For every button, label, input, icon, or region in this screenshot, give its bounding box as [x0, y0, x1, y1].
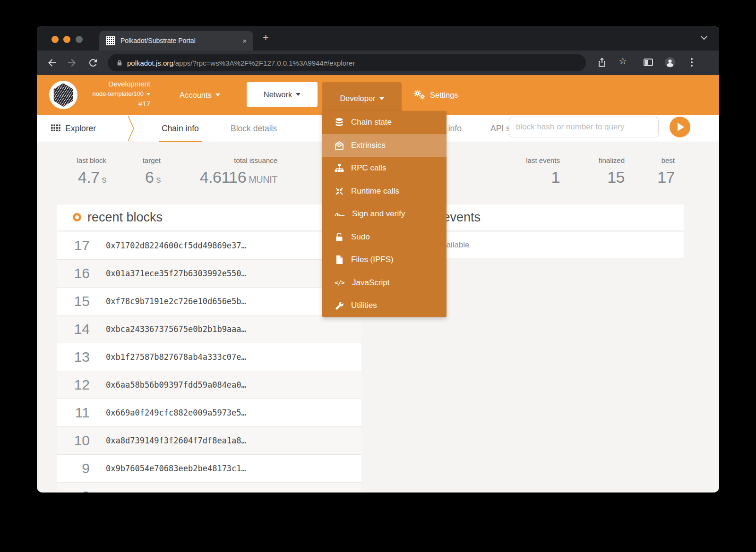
tab-search-chevron-icon[interactable]: [700, 35, 708, 40]
block-row[interactable]: 150xf78c9b7191e2c726e10d656e5b…: [57, 288, 361, 315]
block-row[interactable]: 110x669a0f249cfc882e009a5973e5…: [57, 399, 361, 427]
developer-label: Developer: [340, 94, 375, 103]
menu-item-utilities[interactable]: Utilities: [322, 294, 447, 317]
profile-avatar-icon[interactable]: [664, 57, 676, 68]
lock-icon: [116, 59, 123, 66]
stat-value: 6: [145, 168, 154, 186]
menu-item-files-ipfs[interactable]: Files (IPFS): [322, 248, 447, 272]
block-hash-link[interactable]: 0xb1f27587b827678ab4a333c07e…: [106, 352, 246, 362]
tab-block-details[interactable]: Block details: [231, 115, 277, 142]
block-row[interactable]: 170x71702d8224600cf5dd49869e37…: [57, 232, 361, 260]
menu-item-sign-and-verify[interactable]: Sign and verify: [322, 203, 447, 226]
block-hash-link[interactable]: 0x669a0f249cfc882e009a5973e5…: [106, 408, 246, 417]
database-icon: [335, 118, 344, 127]
share-icon[interactable]: [596, 57, 608, 68]
traffic-light-minimize-icon[interactable]: [63, 36, 70, 43]
stat-label: finalized: [577, 156, 625, 164]
menu-item-label: Files (IPFS): [351, 255, 394, 264]
stat-last-events: last events 1: [503, 156, 560, 186]
nav-accounts[interactable]: Accounts: [180, 75, 220, 115]
chain-name: Development: [79, 79, 150, 89]
block-number: 13: [57, 349, 90, 365]
polkadot-favicon-icon: [106, 36, 115, 45]
block-hash-link[interactable]: 0xbca243367375675e0b2b1b9aaa…: [106, 324, 246, 334]
stat-label: last block: [50, 156, 106, 164]
url-host: polkadot.js.org: [127, 59, 173, 67]
menu-item-label: RPC calls: [351, 163, 387, 173]
forward-icon[interactable]: [66, 57, 77, 68]
file-icon: [335, 255, 344, 264]
bookmark-star-icon[interactable]: ☆: [619, 55, 627, 67]
block-number: 10: [57, 433, 90, 449]
menu-item-sudo[interactable]: Sudo: [322, 226, 447, 249]
tab-chain-info[interactable]: Chain info: [162, 115, 199, 142]
tab-title: Polkadot/Substrate Portal: [120, 37, 242, 44]
stat-value: 17: [637, 169, 675, 186]
compress-arrows-icon: [335, 187, 344, 196]
app-label-explorer[interactable]: Explorer: [65, 115, 96, 142]
chevron-down-icon: [215, 93, 220, 96]
block-hash-link[interactable]: 0x6aa58b56b09397fdd59a084ea0…: [106, 380, 246, 390]
network-label: Network: [264, 90, 292, 99]
traffic-light-close-icon[interactable]: [52, 36, 59, 43]
substrate-logo[interactable]: [49, 81, 77, 109]
menu-item-runtime-calls[interactable]: Runtime calls: [322, 180, 447, 203]
developer-dropdown-menu: Chain state Extrinsics RPC calls: [322, 111, 447, 317]
block-number: 8: [57, 488, 90, 493]
signature-icon: [335, 209, 345, 219]
node-version: node-template/100: [93, 90, 144, 97]
stat-unit: MUNIT: [249, 174, 277, 185]
side-panel-icon[interactable]: [643, 57, 654, 68]
recent-blocks-card: recent blocks 170x71702d8224600cf5dd4986…: [57, 204, 361, 493]
apps-grid-icon[interactable]: [51, 124, 60, 132]
wrench-icon: [335, 301, 344, 310]
menu-item-label: Utilities: [351, 301, 377, 310]
address-bar[interactable]: polkadot.js.org/apps/?rpc=ws%3A%2F%2F127…: [108, 54, 586, 71]
back-icon[interactable]: [46, 57, 58, 68]
stat-value: 15: [577, 169, 625, 186]
block-row[interactable]: 160x01a371ece35f27b6303992e550…: [57, 260, 361, 288]
chevron-down-icon: [146, 93, 150, 95]
block-row[interactable]: 130xb1f27587b827678ab4a333c07e…: [57, 343, 361, 371]
block-query-search: [509, 117, 659, 137]
menu-item-label: Extrinsics: [351, 141, 386, 150]
block-hash-link[interactable]: 0xa8d739149f3f2604f7df8ea1a8…: [106, 436, 246, 445]
block-row[interactable]: 100xa8d739149f3f2604f7df8ea1a8…: [57, 427, 361, 455]
tab-close-icon[interactable]: ×: [242, 37, 247, 45]
block-row[interactable]: 90x9b76054e70683eeb2be48173c1…: [57, 455, 361, 483]
section-dot-icon: [73, 213, 81, 221]
block-hash-link[interactable]: 0x71702d8224600cf5dd49869e37…: [106, 241, 246, 250]
block-number: 12: [57, 377, 90, 393]
block-hash-link[interactable]: 0xf78c9b7191e2c726e10d656e5b…: [106, 297, 246, 306]
chain-info[interactable]: Development node-template/100 #17: [79, 79, 150, 109]
nav-network[interactable]: Network: [247, 82, 318, 107]
menu-item-label: Sudo: [351, 232, 370, 242]
chevron-down-icon: [379, 97, 384, 100]
menu-item-rpc-calls[interactable]: RPC calls: [322, 157, 447, 180]
block-query-input[interactable]: [509, 117, 659, 137]
menu-item-javascript[interactable]: </> JavaScript: [322, 272, 447, 295]
block-number: 15: [57, 293, 90, 309]
block-row[interactable]: 8: [57, 483, 361, 493]
browser-tab[interactable]: Polkadot/Substrate Portal ×: [99, 31, 253, 51]
nav-settings[interactable]: Settings: [413, 75, 458, 115]
play-icon: [678, 123, 684, 131]
menu-item-label: JavaScript: [352, 278, 389, 288]
block-row[interactable]: 120x6aa58b56b09397fdd59a084ea0…: [57, 371, 361, 399]
browser-menu-icon[interactable]: [686, 57, 697, 68]
new-tab-button[interactable]: +: [263, 32, 269, 44]
menu-item-chain-state[interactable]: Chain state: [322, 111, 447, 134]
block-row[interactable]: 140xbca243367375675e0b2b1b9aaa…: [57, 315, 361, 343]
menu-item-extrinsics[interactable]: Extrinsics: [322, 134, 447, 157]
nav-developer[interactable]: Developer: [322, 82, 402, 115]
stat-best: best 17: [637, 156, 675, 186]
menu-item-label: Chain state: [351, 118, 392, 127]
block-hash-link[interactable]: 0x9b76054e70683eeb2be48173c1…: [106, 464, 246, 473]
reload-icon[interactable]: [87, 57, 99, 68]
code-icon: </>: [335, 279, 345, 286]
query-submit-button[interactable]: [670, 117, 690, 137]
traffic-light-zoom-icon[interactable]: [76, 36, 83, 43]
block-hash-link[interactable]: 0x01a371ece35f27b6303992e550…: [106, 269, 246, 278]
browser-window: Polkadot/Substrate Portal × + polkadot.j…: [37, 26, 719, 493]
stat-finalized: finalized 15: [577, 156, 625, 186]
